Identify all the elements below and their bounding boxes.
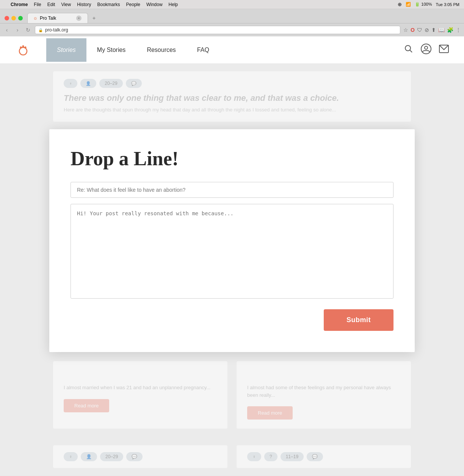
- svg-line-5: [410, 50, 412, 52]
- story-excerpt-right: I almost had some of these feelings and …: [247, 384, 400, 399]
- story-title-bg: There was only one thing that was clear …: [64, 93, 400, 103]
- bottom-tag-row: ♀ 👤 20–29 💬 ♀ ? 11–19 💬: [0, 438, 464, 476]
- view-menu[interactable]: View: [61, 2, 71, 7]
- site-logo[interactable]: [15, 42, 31, 58]
- tag-question-r: ?: [264, 452, 277, 461]
- edit-menu[interactable]: Edit: [47, 2, 55, 7]
- url-text: pro-talk.org: [45, 27, 68, 33]
- svg-point-7: [425, 46, 428, 49]
- comment-tag: 💬: [126, 79, 142, 88]
- readinglist-icon[interactable]: 📖: [438, 27, 445, 33]
- subject-input[interactable]: [71, 182, 393, 198]
- window-menu[interactable]: Window: [146, 2, 163, 7]
- bottom-stories: I almost married when I was 21 and had a…: [0, 352, 464, 438]
- modal-title: Drop a Line!: [71, 147, 393, 170]
- read-more-left[interactable]: Read more: [64, 399, 109, 412]
- gender-icon: ♀: [69, 81, 72, 86]
- person-icon-l: 👤: [86, 454, 92, 459]
- logo-icon: [15, 42, 31, 58]
- url-bar[interactable]: 🔒 pro-talk.org: [35, 26, 400, 34]
- search-icon: [404, 44, 413, 53]
- nav-resources[interactable]: Resources: [136, 38, 186, 62]
- ssl-lock-icon: 🔒: [38, 28, 43, 32]
- browser-actions: ☆ O 🛡 ⊘ ⬆ 📖 🧩 ⋮: [403, 27, 461, 33]
- story-card-bottom-right: I almost had some of these feelings and …: [237, 361, 411, 429]
- question-icon-r: ?: [270, 454, 272, 459]
- tab-favicon: ⊙: [34, 16, 37, 20]
- tab-title: Pro Talk: [40, 16, 73, 21]
- bottom-card-tags-left: ♀ 👤 20–29 💬: [64, 452, 217, 461]
- nav-stories[interactable]: Stories: [46, 38, 86, 62]
- bottom-card-tags-right: ♀ ? 11–19 💬: [247, 452, 400, 461]
- back-button[interactable]: ‹: [3, 26, 11, 34]
- tag-gender-l: ♀: [64, 452, 78, 461]
- bottom-card-left: ♀ 👤 20–29 💬: [53, 445, 227, 468]
- tag-comment-r: 💬: [307, 452, 323, 461]
- age-label: 20–29: [105, 81, 117, 86]
- traffic-lights: [5, 16, 23, 20]
- story-excerpt-left: I almost married when I was 21 and had a…: [64, 384, 217, 391]
- shield-icon[interactable]: 🛡: [417, 27, 422, 33]
- adblocker-icon[interactable]: ⊘: [425, 27, 429, 33]
- share-icon: ⊕: [398, 2, 402, 7]
- read-more-right[interactable]: Read more: [247, 406, 293, 420]
- svg-point-2: [22, 45, 24, 47]
- svg-point-1: [25, 46, 27, 48]
- story-excerpt-bg: Here are the thoughts that spun through …: [64, 107, 400, 113]
- comment-icon: 💬: [131, 81, 136, 86]
- menu-bar: Chrome File Edit View History Bookmarks …: [0, 0, 464, 9]
- file-menu[interactable]: File: [34, 2, 41, 7]
- comment-icon-r: 💬: [312, 454, 318, 459]
- tab-close-button[interactable]: ×: [76, 16, 82, 21]
- tag-age-r: 11–19: [281, 452, 304, 461]
- wifi-icon: 📶: [406, 2, 411, 7]
- mail-icon: [439, 45, 449, 53]
- age-tag: 20–29: [99, 79, 122, 88]
- story-tags-top: ♀ 👤 20–29 💬: [64, 79, 400, 88]
- tag-comment-l: 💬: [126, 452, 143, 461]
- modal-submit-row: Submit: [71, 309, 393, 331]
- age-label-l: 20–29: [105, 454, 118, 459]
- browser-tab[interactable]: ⊙ Pro Talk ×: [27, 13, 88, 23]
- history-menu[interactable]: History: [77, 2, 91, 7]
- mail-button[interactable]: [439, 45, 449, 55]
- reload-button[interactable]: ↻: [24, 26, 32, 34]
- browser-chrome: ⊙ Pro Talk × ＋: [0, 9, 464, 23]
- browser-toolbar: ‹ › ↻ 🔒 pro-talk.org ☆ O 🛡 ⊘ ⬆ 📖 🧩 ⋮: [0, 23, 464, 36]
- minimize-button[interactable]: [11, 16, 16, 20]
- gender-icon-l: ♀: [69, 454, 72, 459]
- fullscreen-button[interactable]: [18, 16, 23, 20]
- share-icon[interactable]: ⬆: [431, 27, 436, 33]
- people-menu[interactable]: People: [126, 2, 140, 7]
- nav-my-stories[interactable]: My Stories: [86, 38, 136, 62]
- new-tab-button[interactable]: ＋: [89, 14, 99, 23]
- bookmark-star-icon[interactable]: ☆: [403, 27, 408, 33]
- age-label-r: 11–19: [286, 454, 298, 459]
- message-textarea[interactable]: [71, 204, 393, 299]
- nav-actions: [404, 44, 449, 56]
- menu-icon[interactable]: ⋮: [456, 27, 461, 33]
- battery-icon: 🔋 100%: [415, 2, 432, 7]
- profile-button[interactable]: [421, 44, 431, 56]
- svg-point-0: [19, 47, 27, 55]
- page: Stories My Stories Resources FAQ: [0, 36, 464, 476]
- tag-gender-r: ♀: [247, 452, 261, 461]
- chrome-menu[interactable]: Chrome: [11, 2, 28, 7]
- help-menu[interactable]: Help: [169, 2, 178, 7]
- bottom-card-right: ♀ ? 11–19 💬: [237, 445, 411, 468]
- close-button[interactable]: [5, 16, 9, 20]
- bookmarks-menu[interactable]: Bookmarks: [97, 2, 120, 7]
- forward-button[interactable]: ›: [14, 26, 21, 34]
- profile-icon: [421, 44, 431, 54]
- opera-icon[interactable]: O: [411, 27, 415, 33]
- modal-overlay: Drop a Line! Submit: [0, 129, 464, 352]
- gender-icon-r: ♀: [252, 454, 256, 459]
- drop-a-line-modal: Drop a Line! Submit: [49, 129, 415, 352]
- nav-links: Stories My Stories Resources FAQ: [46, 38, 404, 62]
- person-tag: 👤: [80, 79, 96, 88]
- svg-point-4: [405, 45, 411, 51]
- extension-icon[interactable]: 🧩: [447, 27, 453, 33]
- submit-button[interactable]: Submit: [324, 309, 393, 331]
- nav-faq[interactable]: FAQ: [187, 38, 220, 62]
- search-button[interactable]: [404, 44, 413, 56]
